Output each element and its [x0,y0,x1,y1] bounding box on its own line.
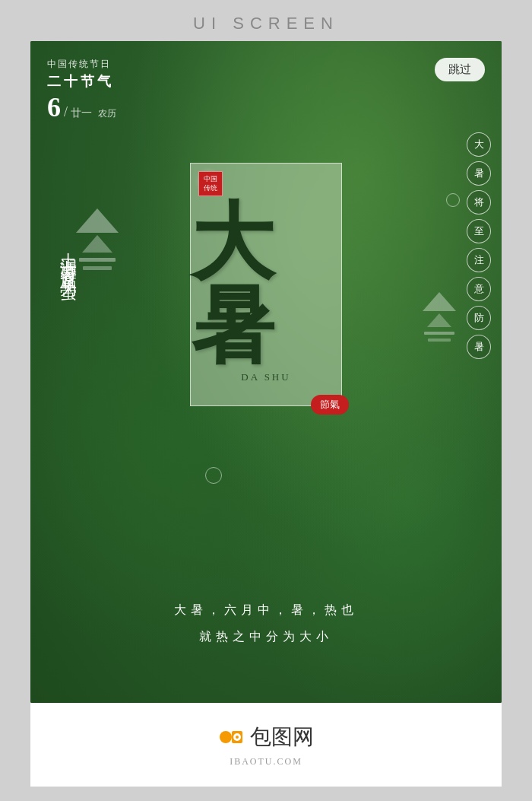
right-char-2: 暑 [467,161,491,186]
right-char-7: 防 [467,306,491,330]
right-geo-shapes [423,292,456,342]
center-card: 中国 传统 大暑 DA SHU 節氣 [190,163,342,406]
circle-deco-3 [446,193,460,207]
date-slash: / [64,104,68,120]
section-title: 二十节气 [47,72,116,91]
footer: 包图网 IBAOTU.COM [30,703,502,787]
logo-text: 包图网 [250,723,314,752]
date-lunar: 廿一 [71,106,92,120]
bottom-quote: 大暑，六月中，暑，热也 就热之中分为大小 [30,596,502,650]
pinyin-text: DA SHU [241,371,290,383]
svg-point-3 [236,736,239,739]
skip-button[interactable]: 跳过 [435,58,485,81]
jieqi-badge: 節氣 [311,395,349,415]
big-character: 大暑 [191,201,341,368]
right-char-8: 暑 [467,335,491,359]
svg-point-0 [220,731,232,743]
footer-logo: 包图网 [218,723,314,752]
right-char-3: 将 [467,190,491,215]
quote-line2: 就热之中分为大小 [30,623,502,650]
top-left-info: 中国传统节日 二十节气 6 / 廿一 农历 [47,58,116,121]
right-char-1: 大 [467,132,491,157]
lunar-label: 农历 [98,107,116,120]
main-card: 跳过 中国传统节日 二十节气 6 / 廿一 农历 土润溽暑腐草为萤 [30,41,502,703]
date-row: 6 / 廿一 农历 [47,94,116,121]
right-char-5: 注 [467,248,491,272]
right-vertical-text: 大 暑 将 至 注 意 防 暑 [467,132,491,359]
circle-deco-2 [205,467,222,484]
logo-icon [218,723,245,751]
right-char-4: 至 [467,219,491,243]
date-big: 6 [47,94,61,121]
ui-screen-header: UI SCREEN [193,0,339,41]
footer-url: IBAOTU.COM [230,756,302,768]
quote-line1: 大暑，六月中，暑，热也 [30,596,502,623]
right-char-6: 意 [467,277,491,301]
left-poem: 土润溽暑腐草为萤 [53,239,84,275]
subtitle: 中国传统节日 [47,58,116,71]
stamp: 中国 传统 [198,171,223,196]
